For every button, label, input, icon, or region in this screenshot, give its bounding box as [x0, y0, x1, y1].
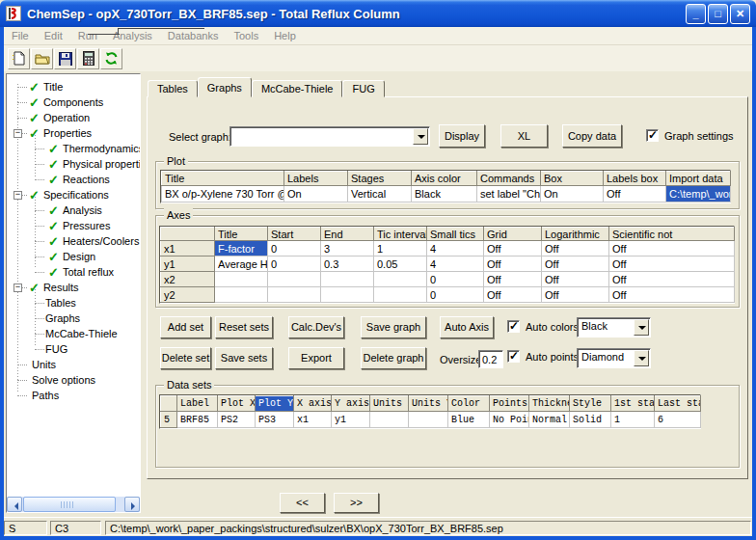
datasets-col-units-x[interactable]: Units X — [370, 396, 409, 412]
tree-item-total-reflux[interactable]: ✓Total reflux — [7, 264, 140, 280]
tree-item-thermodynamics[interactable]: ✓Thermodynamics — [7, 141, 140, 156]
export-button[interactable]: Export — [288, 347, 344, 369]
save-graph-button[interactable]: Save graph — [361, 316, 426, 338]
axes-cell-x2-grid[interactable]: Off — [484, 272, 542, 287]
save-icon[interactable] — [54, 48, 76, 69]
plot-cell-title[interactable]: BX o/p-Xylene 730 Torr @ — [162, 186, 284, 202]
axes-cell-y2-smalltics[interactable]: 0 — [427, 287, 484, 303]
menu-edit[interactable]: Edit — [37, 28, 70, 43]
add-set-button[interactable]: Add set — [160, 316, 211, 338]
tree-item-units[interactable]: Units — [7, 357, 140, 372]
axes-cell-y2-start[interactable] — [268, 287, 321, 303]
datasets-col-color[interactable]: Color — [448, 396, 490, 412]
chevron-down-icon[interactable] — [634, 350, 649, 366]
refresh-icon[interactable] — [100, 48, 122, 69]
axes-cell-x2-start[interactable] — [268, 272, 321, 287]
datasets-cell-units-x[interactable] — [370, 412, 409, 428]
axes-cell-x1-start[interactable]: 0 — [268, 241, 321, 256]
datasets-col-style[interactable]: Style — [570, 396, 611, 412]
plot-cell-commands[interactable]: set label "Ch — [477, 186, 541, 202]
datasets-cell-label[interactable]: BRF85 — [177, 412, 218, 428]
axes-cell-x1-log[interactable]: Off — [542, 241, 609, 256]
axes-col-end[interactable]: End — [321, 228, 374, 241]
axes-cell-y2-sci[interactable]: Off — [609, 287, 735, 303]
axes-rowhdr-y1[interactable]: y1 — [161, 256, 215, 272]
datasets-col-y-axis[interactable]: Y axis — [332, 396, 370, 412]
plot-col-title[interactable]: Title — [162, 172, 284, 186]
tree-item-paths[interactable]: Paths — [7, 388, 140, 403]
calculator-icon[interactable] — [77, 48, 99, 69]
datasets-cell-y-axis[interactable]: y1 — [332, 412, 370, 428]
axes-col-small-tics[interactable]: Small tics — [427, 228, 484, 241]
axes-cell-x1-grid[interactable]: Off — [484, 241, 542, 256]
chevron-down-icon[interactable] — [634, 319, 649, 336]
axes-cell-y1-start[interactable]: 0 — [268, 256, 321, 272]
save-sets-button[interactable]: Save sets — [215, 347, 273, 369]
tree-item-heaters-coolers[interactable]: ✓Heaters/Coolers — [7, 233, 140, 249]
axes-cell-x2-sci[interactable]: Off — [609, 272, 735, 287]
axes-col-title[interactable]: Title — [215, 228, 268, 241]
axes-cell-y1-log[interactable]: Off — [542, 256, 609, 272]
axes-cell-x2-title[interactable] — [215, 272, 268, 287]
scrollbar-thumb[interactable] — [23, 497, 116, 512]
axes-col-start[interactable]: Start — [268, 228, 321, 241]
plot-cell-import-data[interactable]: C:\temp\_work — [666, 186, 731, 202]
plot-col-labels[interactable]: Labels — [284, 172, 348, 186]
open-folder-icon[interactable] — [31, 48, 53, 69]
point-style-combobox[interactable]: Diamond — [577, 348, 651, 368]
tree-horizontal-scrollbar[interactable] — [7, 497, 140, 512]
datasets-col-plot-y[interactable]: Plot Y — [256, 396, 294, 412]
plot-col-box[interactable]: Box — [541, 172, 604, 186]
datasets-cell-plot-y[interactable]: PS3 — [256, 412, 294, 428]
select-graph-combobox[interactable] — [230, 126, 430, 147]
graph-settings-checkbox[interactable] — [646, 129, 659, 142]
menu-run[interactable]: Run — [70, 28, 105, 43]
axes-cell-y1-title[interactable]: Average HETP — [215, 256, 268, 272]
copy-data-button[interactable]: Copy data — [562, 124, 622, 148]
close-icon[interactable]: ✕ — [730, 4, 750, 24]
maximize-icon[interactable]: □ — [708, 4, 728, 24]
tree-item-graphs[interactable]: Graphs — [7, 310, 140, 326]
tree-item-reactions[interactable]: ✓Reactions — [7, 172, 140, 187]
axes-col-grid[interactable]: Grid — [484, 228, 542, 241]
axes-rowhdr-y2[interactable]: y2 — [161, 287, 215, 303]
datasets-col-1st-stage[interactable]: 1st stage — [611, 396, 655, 412]
scroll-right-icon[interactable] — [124, 497, 140, 512]
collapse-icon[interactable] — [14, 129, 22, 138]
datasets-col-points[interactable]: Points — [490, 396, 529, 412]
axes-cell-y2-end[interactable] — [321, 287, 374, 303]
axes-cell-x1-sci[interactable]: Off — [609, 241, 735, 256]
tree-item-operation[interactable]: ✓Operation — [7, 110, 140, 125]
color-combobox[interactable]: Black — [577, 317, 651, 338]
datasets-col-x-axis[interactable]: X axis — [294, 396, 332, 412]
axes-col-tic-interval[interactable]: Tic interval — [374, 228, 427, 241]
reset-sets-button[interactable]: Reset sets — [215, 316, 273, 338]
menu-help[interactable]: Help — [266, 28, 304, 43]
axes-cell-y1-sci[interactable]: Off — [609, 256, 735, 272]
chevron-down-icon[interactable] — [413, 128, 428, 145]
tree-item-fug[interactable]: FUG — [7, 341, 140, 357]
new-file-icon[interactable] — [8, 48, 30, 69]
axes-cell-y1-smalltics[interactable]: 4 — [427, 256, 484, 272]
axes-cell-x2-tic[interactable] — [374, 272, 427, 287]
axes-col-scientific[interactable]: Scientific not — [609, 228, 735, 241]
plot-cell-axis-color[interactable]: Black — [412, 186, 477, 202]
tree-item-design[interactable]: ✓Design — [7, 249, 140, 264]
page-forward-button[interactable]: >> — [334, 493, 379, 513]
titlebar[interactable]: ChemSep - opX_730Torr_BX_BRF85.sep - Tot… — [0, 0, 756, 27]
axes-cell-y2-tic[interactable] — [374, 287, 427, 303]
scroll-left-icon[interactable] — [7, 497, 22, 512]
plot-col-import-data[interactable]: Import data — [666, 172, 731, 186]
plot-cell-labels-box[interactable]: Off — [604, 186, 666, 202]
minimize-icon[interactable]: _ — [686, 4, 706, 24]
axes-rowhdr-x1[interactable]: x1 — [161, 241, 215, 256]
plot-col-axis-color[interactable]: Axis color — [412, 172, 477, 186]
axes-cell-y1-grid[interactable]: Off — [484, 256, 542, 272]
auto-points-checkbox[interactable] — [507, 350, 520, 363]
page-back-button[interactable]: << — [280, 493, 325, 513]
axes-cell-y2-title[interactable] — [215, 287, 268, 303]
plot-col-labels-box[interactable]: Labels box — [604, 172, 666, 186]
datasets-col-thickness[interactable]: Thickness — [529, 396, 570, 412]
datasets-col-last-stage[interactable]: Last stage — [655, 396, 701, 412]
datasets-cell-points[interactable]: No Points — [490, 412, 529, 428]
